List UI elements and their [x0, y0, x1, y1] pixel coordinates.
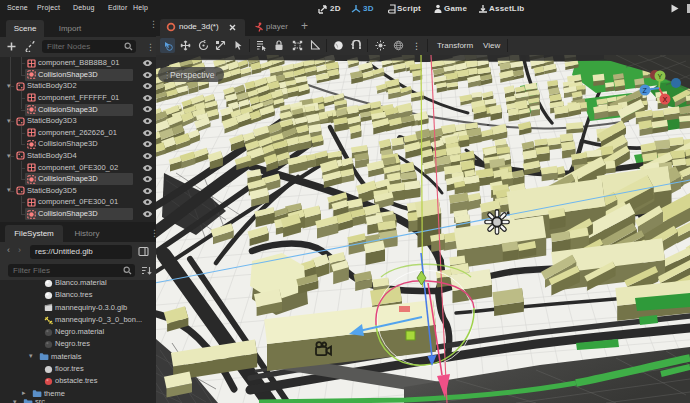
svg-text:Z: Z: [643, 87, 648, 94]
svg-text:Y: Y: [658, 73, 663, 80]
svg-text:Perspective: Perspective: [170, 70, 215, 80]
svg-text:X: X: [663, 96, 668, 103]
svg-text:⋮: ⋮: [163, 71, 171, 80]
